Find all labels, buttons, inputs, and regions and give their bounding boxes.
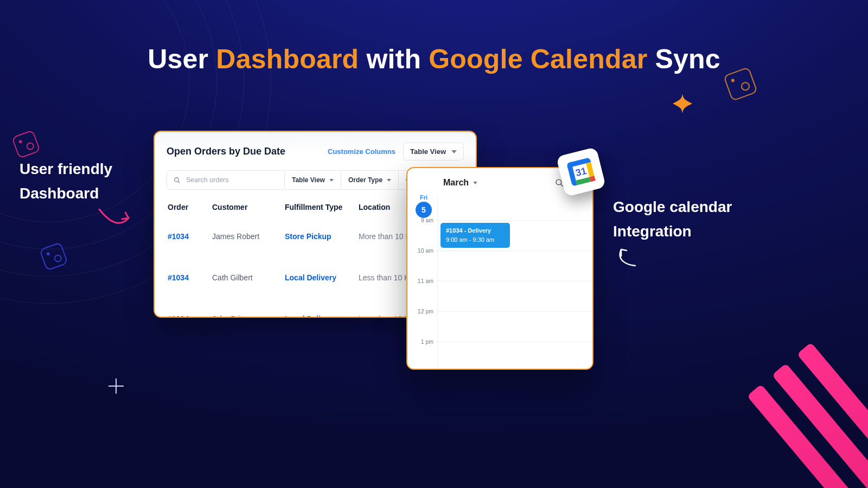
svg-line-1 (178, 181, 180, 183)
chevron-down-icon (473, 182, 477, 184)
hour-label: 10 am (413, 247, 433, 254)
caption-left: User friendlyDashboard (20, 157, 112, 206)
col-order: Order (168, 203, 211, 221)
dice-icon (39, 242, 68, 271)
month-selector[interactable]: March (443, 178, 477, 188)
crosshair-icon (108, 378, 124, 394)
col-customer: Customer (212, 203, 284, 221)
filter-order-type[interactable]: Order Type (341, 170, 399, 190)
chevron-down-icon (451, 150, 457, 153)
arrow-icon (95, 206, 133, 230)
calendar-event[interactable]: #1034 - Delivery 9:00 am - 9:30 am (441, 223, 510, 248)
chevron-down-icon (387, 179, 391, 182)
chevron-down-icon (329, 179, 334, 182)
arrow-icon (610, 245, 640, 269)
dashboard-title: Open Orders by Due Date (167, 146, 285, 157)
hour-label: 11 am (413, 278, 433, 284)
view-selector[interactable]: Table View (403, 143, 464, 160)
svg-point-2 (556, 179, 561, 185)
hour-label: 1 pm (413, 338, 433, 345)
hour-label: 9 am (413, 217, 433, 223)
day-chip[interactable]: 5 (416, 202, 432, 218)
filter-table-view[interactable]: Table View (285, 170, 341, 190)
calendar-grid: 9 am #1034 - Delivery 9:00 am - 9:30 am … (437, 195, 592, 369)
calendar-card: March Fri 5 9 am #1034 - Delivery 9:00 a… (406, 167, 593, 370)
hour-label: 12 pm (413, 308, 433, 314)
dice-icon (11, 130, 41, 159)
customize-columns-link[interactable]: Customize Columns (328, 147, 395, 156)
day-label: Fri (420, 194, 427, 201)
search-icon (174, 177, 181, 184)
caption-right: Google calendarIntegration (613, 195, 732, 244)
sparkle-icon (673, 94, 692, 113)
col-fulfillment: Fulfillment Type (285, 203, 358, 221)
search-input[interactable]: Search orders (167, 170, 285, 190)
page-title: User Dashboard with Google Calendar Sync (0, 43, 868, 75)
svg-point-0 (175, 177, 179, 182)
decorative-stripes (747, 342, 868, 488)
